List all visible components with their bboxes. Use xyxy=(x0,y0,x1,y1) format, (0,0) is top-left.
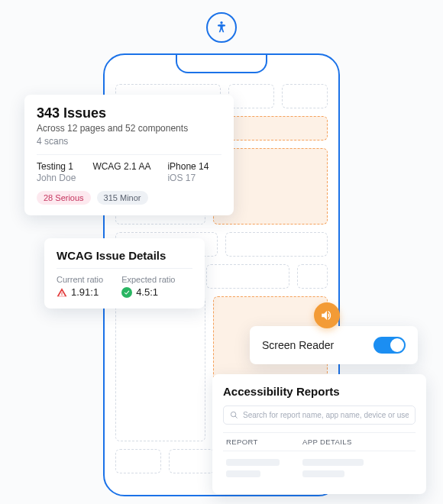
reports-search-input[interactable] xyxy=(243,411,409,419)
search-icon xyxy=(230,411,238,419)
svg-point-0 xyxy=(220,21,222,24)
badge-minor[interactable]: 315 Minor xyxy=(97,191,148,205)
svg-line-2 xyxy=(235,416,238,418)
reports-card: Accessibility Reports REPORT APP DETAILS xyxy=(212,374,426,494)
accessibility-icon xyxy=(206,12,237,43)
severity-badges: 28 Serious 315 Minor xyxy=(37,191,222,205)
issues-meta-row: Testing 1 John Doe WCAG 2.1 AA iPhone 14… xyxy=(37,154,222,183)
col-app-details: APP DETAILS xyxy=(302,438,412,446)
meta-test: Testing 1 John Doe xyxy=(37,161,76,183)
meta-standard: WCAG 2.1 AA xyxy=(92,161,150,183)
issues-scan-count: 4 scans xyxy=(37,136,222,147)
svg-point-1 xyxy=(231,412,235,416)
issues-title: 343 Issues xyxy=(37,105,222,121)
audio-icon[interactable] xyxy=(314,302,340,328)
screen-reader-label: Screen Reader xyxy=(262,339,334,351)
col-report: REPORT xyxy=(226,438,302,446)
wcag-details-card: WCAG Issue Details Current ratio 1.91:1 … xyxy=(44,238,205,309)
check-icon xyxy=(121,287,132,298)
current-ratio: Current ratio 1.91:1 xyxy=(57,275,103,298)
screen-reader-card: Screen Reader xyxy=(250,326,418,364)
device-notch xyxy=(176,55,267,73)
warning-icon xyxy=(57,287,67,298)
expected-ratio: Expected ratio 4.5:1 xyxy=(121,275,175,298)
reports-table-body xyxy=(223,451,416,482)
reports-table-header: REPORT APP DETAILS xyxy=(223,432,416,451)
badge-serious[interactable]: 28 Serious xyxy=(37,191,91,205)
screen-reader-toggle[interactable] xyxy=(373,337,406,354)
meta-device: iPhone 14 iOS 17 xyxy=(167,161,209,183)
issues-subtitle: Across 12 pages and 52 components xyxy=(37,123,222,134)
reports-search[interactable] xyxy=(223,405,416,425)
issues-summary-card: 343 Issues Across 12 pages and 52 compon… xyxy=(24,95,234,215)
wcag-title: WCAG Issue Details xyxy=(57,249,192,262)
reports-title: Accessibility Reports xyxy=(223,385,416,398)
